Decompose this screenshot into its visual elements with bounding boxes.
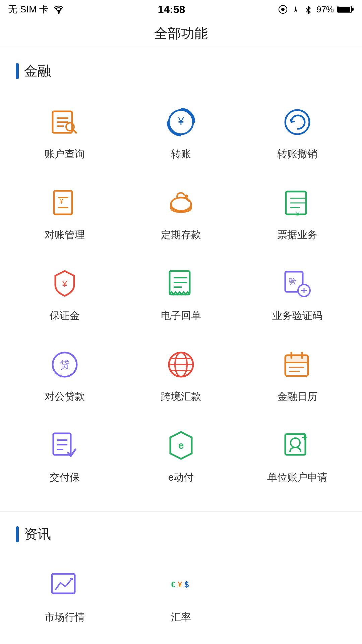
status-left: 无 SIM 卡 [8,3,65,16]
verify-code-label: 业务验证码 [272,309,322,323]
loan-item[interactable]: 贷 对公贷款 [7,336,123,417]
time-deposit-item[interactable]: 定期存款 [123,174,239,255]
svg-point-19 [171,198,191,211]
reconciliation-label: 对账管理 [45,228,85,242]
exchange-rate-item[interactable]: € ¥ $ 汇率 [123,557,239,638]
verify-code-icon-box: 验 [279,265,316,302]
jiaofu-icon [49,429,81,462]
bills-icon-box: ¥ [279,184,316,221]
jiaofu-label: 交付保 [50,471,80,484]
svg-text:¥: ¥ [296,210,300,218]
cross-border-item[interactable]: 跨境汇款 [123,336,239,417]
transfer-cancel-item[interactable]: 转账撤销 [239,94,355,174]
news-section-title: 资讯 [24,525,51,543]
e-receipt-item[interactable]: 电子回单 [123,255,239,336]
transfer-item[interactable]: ¥ 转账 [123,94,239,174]
unit-account-label: 单位账户申请 [267,471,327,484]
finance-section-title: 金融 [24,62,51,80]
time-deposit-label: 定期存款 [161,228,201,242]
market-trend-item[interactable]: 市场行情 [7,557,123,638]
status-right: 97% [278,4,354,15]
news-grid: 市场行情 € ¥ $ 汇率 [0,557,362,638]
exchange-rate-label: 汇率 [171,610,191,624]
wifi-icon [53,5,65,14]
svg-point-2 [281,8,285,11]
bills-item[interactable]: ¥ 票据业务 [239,174,355,255]
svg-point-20 [185,195,188,198]
news-section-header: 资讯 [0,525,362,543]
svg-point-0 [58,12,60,14]
edongfu-icon-box: e [163,427,199,464]
transfer-icon-box: ¥ [163,104,199,141]
exchange-rate-icon: € ¥ $ [165,569,197,601]
status-time: 14:58 [158,3,185,16]
nav-header: 全部功能 [0,19,362,48]
finance-section-bar [16,63,19,79]
transfer-label: 转账 [171,147,191,161]
market-trend-label: 市场行情 [45,610,85,624]
finance-grid: 账户查询 ¥ 转账 [0,94,362,498]
svg-text:验: 验 [289,277,296,285]
nav-title: 全部功能 [154,24,208,43]
time-deposit-icon [165,187,197,219]
svg-rect-61 [52,574,75,593]
account-query-icon-box [46,104,83,141]
bluetooth-icon [304,5,313,14]
no-sim-text: 无 SIM 卡 [8,3,49,16]
e-receipt-label: 电子回单 [161,309,201,323]
svg-point-14 [285,110,309,134]
battery-percent: 97% [316,4,334,15]
cross-border-icon [165,348,197,381]
reconciliation-item[interactable]: ¥ 对账管理 [7,174,123,255]
svg-text:¥: ¥ [59,197,64,205]
guarantee-label: 保证金 [50,309,80,323]
loan-label: 对公贷款 [45,390,85,404]
edongfu-item[interactable]: e e动付 [123,417,239,498]
bills-label: 票据业务 [277,228,317,242]
cross-border-icon-box [163,346,199,383]
finance-calendar-icon [281,348,313,381]
svg-line-11 [73,130,76,133]
guarantee-icon: ¥ [49,268,81,300]
svg-text:¥: ¥ [178,580,182,589]
transfer-cancel-icon-box [279,104,316,141]
exchange-rate-icon-box: € ¥ $ [163,567,199,604]
news-section-bar [16,526,19,542]
unit-account-icon [281,429,313,462]
verify-code-item[interactable]: 验 业务验证码 [239,255,355,336]
transfer-cancel-icon [281,106,313,138]
content-area: 金融 账户查询 [0,48,362,644]
account-query-item[interactable]: 账户查询 [7,94,123,174]
svg-text:贷: 贷 [60,359,70,370]
reconciliation-icon: ¥ [49,187,81,219]
loan-icon-box: 贷 [46,346,83,383]
transfer-cancel-label: 转账撤销 [277,147,317,161]
svg-rect-4 [338,7,350,12]
cross-border-label: 跨境汇款 [161,390,201,404]
reconciliation-icon-box: ¥ [46,184,83,221]
account-query-icon [49,106,81,138]
transfer-icon: ¥ [165,106,197,138]
unit-account-icon-box [279,427,316,464]
unit-account-item[interactable]: 单位账户申请 [239,417,355,498]
jiaofu-icon-box [46,427,83,464]
jiaofu-item[interactable]: 交付保 [7,417,123,498]
finance-calendar-item[interactable]: 金融日历 [239,336,355,417]
svg-rect-5 [352,8,354,11]
svg-text:€: € [171,580,175,589]
market-trend-icon-box [46,567,83,604]
edongfu-icon: e [165,429,197,462]
battery-icon [337,5,354,14]
location-icon [291,5,300,14]
finance-section-header: 金融 [0,62,362,80]
bills-icon: ¥ [281,187,313,219]
market-trend-icon [49,569,81,601]
finance-calendar-icon-box [279,346,316,383]
lock-icon [278,5,288,14]
section-divider [0,511,362,512]
time-deposit-icon-box [163,184,199,221]
guarantee-item[interactable]: ¥ 保证金 [7,255,123,336]
svg-rect-45 [285,355,308,363]
svg-text:¥: ¥ [178,115,184,127]
svg-point-58 [291,438,300,447]
